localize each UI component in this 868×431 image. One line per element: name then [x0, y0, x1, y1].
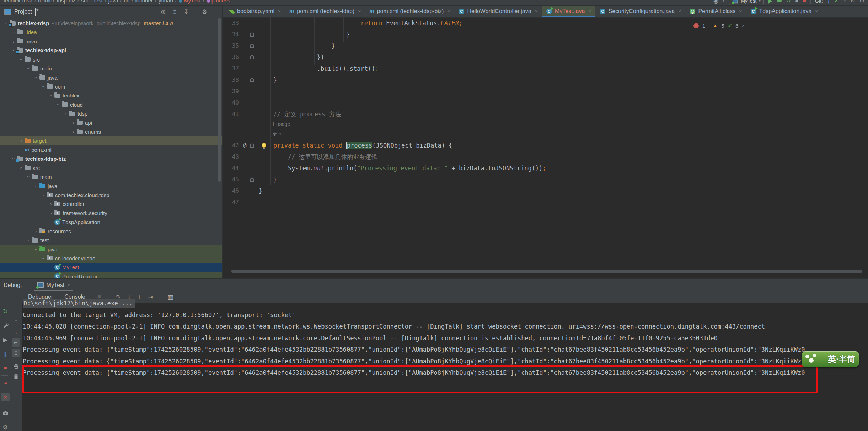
- tree-row-.idea[interactable]: ›.idea: [0, 28, 223, 37]
- line-number[interactable]: 40: [223, 97, 242, 108]
- tree-row-api[interactable]: ›api: [0, 118, 223, 127]
- down-stack-icon[interactable]: ↓: [12, 328, 20, 336]
- fold-marker-icon[interactable]: [250, 143, 254, 148]
- tree-row-target[interactable]: ›target: [0, 136, 223, 145]
- tree-row-java[interactable]: ›java: [0, 73, 223, 82]
- tab-HelloWorldController.java[interactable]: CHelloWorldController.java×: [454, 5, 542, 17]
- git-branch-widget[interactable]: master / 4 Δ: [144, 20, 174, 26]
- view-breakpoints-icon[interactable]: ●●: [1, 379, 10, 387]
- fold-gutter[interactable]: [248, 29, 256, 40]
- tab-SecurityConfiguration.java[interactable]: CSecurityConfiguration.java×: [595, 5, 685, 17]
- scroll-to-end-icon[interactable]: ↧: [12, 349, 20, 357]
- clear-console-icon[interactable]: [12, 372, 20, 381]
- line-number[interactable]: 41: [223, 108, 242, 120]
- tree-row-resources[interactable]: ›resources: [0, 227, 223, 236]
- chevron-expanded-icon[interactable]: ›: [41, 255, 46, 262]
- run-button[interactable]: ▶: [768, 0, 772, 4]
- fold-marker-icon[interactable]: [250, 55, 254, 59]
- git-push-button[interactable]: ↑: [843, 0, 846, 4]
- tree-row-java[interactable]: ›java: [0, 182, 223, 191]
- breadcrumb-item[interactable]: cn: [124, 0, 130, 4]
- line-number[interactable]: 37: [223, 63, 242, 74]
- camera-icon[interactable]: [1, 409, 10, 417]
- tree-row-.mvn[interactable]: ›.mvn: [0, 37, 223, 46]
- tab-close-icon[interactable]: ×: [588, 9, 591, 14]
- tree-row-com[interactable]: ›com: [0, 82, 223, 91]
- tree-row-techlex-tdsp-biz[interactable]: ›techlex-tdsp-biz: [0, 154, 223, 163]
- line-number[interactable]: 45: [223, 174, 242, 185]
- fold-gutter[interactable]: [248, 197, 256, 208]
- panel-settings-icon[interactable]: ⚙: [202, 8, 207, 16]
- tab-close-icon[interactable]: ×: [739, 9, 742, 14]
- fold-gutter[interactable]: [248, 52, 256, 63]
- chevron-expanded-icon[interactable]: ›: [33, 183, 39, 190]
- fold-gutter[interactable]: [248, 163, 256, 174]
- fold-gutter[interactable]: [248, 108, 256, 120]
- breadcrumb-item[interactable]: test: [94, 0, 102, 4]
- ime-indicator-badge[interactable]: 英·半简: [802, 351, 859, 367]
- tab-TdspApplication.java[interactable]: CTdspApplication.java×: [746, 5, 823, 17]
- run-config-select[interactable]: MyTest ˅: [729, 0, 764, 5]
- tab-pom.xml (techlex-tdsp)[interactable]: mpom.xml (techlex-tdsp)×: [285, 5, 365, 17]
- project-scrollbar[interactable]: [218, 18, 221, 182]
- chevron-collapsed-icon[interactable]: ›: [18, 138, 25, 143]
- usage-inlay[interactable]: 1 usage: [223, 120, 868, 128]
- code-vision-inlay[interactable]: ˅: [223, 128, 868, 140]
- tree-row-main[interactable]: ›main: [0, 172, 223, 181]
- sync-icon[interactable]: ↻: [850, 0, 855, 4]
- close-icon[interactable]: ×: [67, 282, 70, 288]
- tree-row-src[interactable]: ›src: [0, 55, 223, 64]
- tab-close-icon[interactable]: ×: [678, 9, 681, 14]
- breadcrumb-item[interactable]: src: [81, 0, 88, 4]
- tree-row-com.techlex.cloud.tdsp[interactable]: ›com.techlex.cloud.tdsp: [0, 191, 223, 199]
- locate-file-icon[interactable]: ⊕: [161, 8, 166, 16]
- line-number[interactable]: 36: [223, 52, 242, 63]
- settings-gear-icon[interactable]: ⚙: [859, 0, 864, 4]
- profiler-icon[interactable]: ●: [795, 0, 799, 4]
- stop-button[interactable]: ■: [803, 0, 806, 4]
- debug-button[interactable]: ⬬: [777, 0, 782, 4]
- tree-row-ProjectReactor[interactable]: CProjectReactor: [0, 272, 223, 278]
- user-icon[interactable]: ◉: [713, 0, 718, 4]
- chevron-expanded-icon[interactable]: ›: [26, 65, 31, 72]
- tree-row-test[interactable]: ›test: [0, 236, 223, 245]
- chevron-expanded-icon[interactable]: ›: [4, 20, 9, 27]
- breadcrumb-item[interactable]: techlex-tdsp-biz: [38, 0, 75, 4]
- tab-bootstrap.yaml[interactable]: bootstrap.yaml×: [225, 5, 285, 17]
- breadcrumb-item[interactable]: yudao: [159, 0, 173, 4]
- mute-breakpoints-icon[interactable]: ⊘: [1, 393, 10, 401]
- tree-row-techlex-tdsp-api[interactable]: ›techlex-tdsp-api: [0, 46, 223, 55]
- tree-row-techlex-tdsp[interactable]: ›techlex-tdsp- D:\develop\work_public\te…: [0, 19, 223, 28]
- breadcrumb[interactable]: techlex-tdsp/techlex-tdsp-biz/src/test/j…: [4, 0, 230, 4]
- up-stack-icon[interactable]: ↑: [12, 317, 20, 325]
- tab-pom.xml (techlex-tdsp-biz)[interactable]: mpom.xml (techlex-tdsp-biz)×: [365, 5, 454, 17]
- tab-close-icon[interactable]: ×: [447, 9, 450, 14]
- chevron-collapsed-icon[interactable]: ›: [48, 201, 54, 207]
- line-number[interactable]: 42: [223, 140, 242, 151]
- fold-marker-icon[interactable]: [250, 44, 254, 48]
- tab-close-icon[interactable]: ×: [358, 9, 361, 14]
- line-number[interactable]: 33: [223, 17, 242, 29]
- tree-row-cloud[interactable]: ›cloud: [0, 100, 223, 109]
- fold-gutter[interactable]: [248, 174, 256, 185]
- breadcrumb-item[interactable]: iocoder: [135, 0, 153, 4]
- fold-gutter[interactable]: [248, 97, 256, 108]
- chevron-collapsed-icon[interactable]: ›: [33, 229, 39, 234]
- fold-gutter[interactable]: [248, 140, 256, 151]
- fold-gutter[interactable]: [248, 17, 256, 29]
- chevron-expanded-icon[interactable]: ›: [33, 74, 39, 81]
- tree-row-cn.iocoder.yudao[interactable]: ›cn.iocoder.yudao: [0, 254, 223, 263]
- line-number[interactable]: 43: [223, 151, 242, 163]
- tree-row-TdspApplication[interactable]: CTdspApplication: [0, 218, 223, 227]
- line-number[interactable]: 38: [223, 74, 242, 86]
- tree-row-techlex[interactable]: ›techlex: [0, 91, 223, 100]
- line-number[interactable]: 35: [223, 40, 242, 52]
- chevron-expanded-icon[interactable]: ›: [11, 155, 16, 162]
- tab-MyTest.java[interactable]: CMyTest.java×: [542, 5, 596, 17]
- soft-wrap-icon[interactable]: ↵: [12, 338, 20, 347]
- console-output[interactable]: D:\soft\jdk17\bin\java.exe ...Connected …: [23, 298, 868, 431]
- chevron-collapsed-icon[interactable]: ›: [48, 211, 54, 216]
- tree-row-controller[interactable]: ›controller: [0, 199, 223, 208]
- gear-icon[interactable]: ⚙: [1, 423, 10, 431]
- pause-icon[interactable]: ∥: [1, 350, 10, 358]
